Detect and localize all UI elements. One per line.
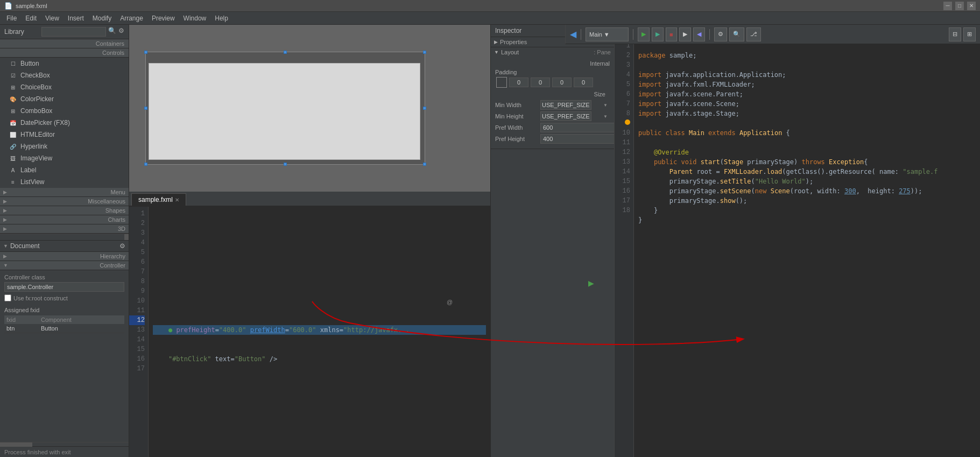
menu-window[interactable]: Window <box>179 13 211 24</box>
controller-subsection[interactable]: ▼ Controller <box>0 261 129 270</box>
library-item-checkbox[interactable]: ☑ CheckBox <box>0 69 129 81</box>
menu-modify[interactable]: Modify <box>88 13 116 24</box>
library-item-choicebox[interactable]: ⊞ ChoiceBox <box>0 81 129 93</box>
menu-section[interactable]: ▶ Menu <box>0 188 129 197</box>
library-item-listview[interactable]: ≡ ListView <box>0 176 129 188</box>
padding-top-input[interactable] <box>509 78 528 87</box>
charts-section[interactable]: ▶ Charts <box>0 215 129 224</box>
maximize-editor-button[interactable]: ⊞ <box>963 27 976 41</box>
padding-bottom-input[interactable] <box>552 78 572 87</box>
padding-left-input[interactable] <box>574 78 593 87</box>
menu-insert[interactable]: Insert <box>64 13 88 24</box>
java-code-editor[interactable]: 12345 678 1011121314 15161718 package sa… <box>615 39 980 457</box>
document-title: Document <box>10 242 117 250</box>
library-settings-icon[interactable]: ⚙ <box>118 27 124 37</box>
run-button[interactable]: ▶ <box>638 27 650 41</box>
imageview-icon: 🖼 <box>9 154 17 163</box>
minimize-button[interactable]: ─ <box>943 2 952 10</box>
library-item-button[interactable]: ☐ Button <box>0 58 129 69</box>
library-vscroll[interactable] <box>124 234 129 240</box>
controller-class-input-row <box>4 282 124 292</box>
stop-button[interactable]: ■ <box>666 27 677 41</box>
handle-mr[interactable] <box>423 107 426 110</box>
library-hscroll[interactable] <box>0 442 129 446</box>
menu-file[interactable]: File <box>2 13 21 24</box>
shapes-section-label: Shapes <box>105 207 125 214</box>
layout-button[interactable]: ⊟ <box>949 27 961 41</box>
document-section: ▼ Document ⚙ ▶ Hierarchy ▼ Controller <box>0 240 129 338</box>
library-item-label[interactable]: A Label <box>0 164 129 176</box>
title-bar-text: sample.fxml <box>16 3 47 9</box>
padding-right-input[interactable] <box>531 78 550 87</box>
menu-help[interactable]: Help <box>210 13 232 24</box>
threed-section[interactable]: ▶ 3D <box>0 224 129 234</box>
handle-tc[interactable] <box>284 51 287 54</box>
fxml-code-content[interactable]: ● prefHeight="400.0" prefWidth="600.0" x… <box>149 207 490 457</box>
maximize-button[interactable]: □ <box>955 2 964 10</box>
handle-bl[interactable] <box>144 163 147 166</box>
document-header[interactable]: ▼ Document ⚙ <box>0 241 129 252</box>
debug-button[interactable]: ▶ <box>652 27 664 41</box>
profile-button[interactable]: ◀ <box>693 27 705 41</box>
fxml-tab-close[interactable]: ✕ <box>175 197 179 203</box>
java-code-content[interactable]: package sample; import javafx.applicatio… <box>634 39 980 457</box>
title-bar: 📄 sample.fxml ─ □ ✕ <box>0 0 980 12</box>
library-item-label: ComboBox <box>20 107 52 115</box>
handle-br[interactable] <box>423 163 426 166</box>
library-item-colorpicker[interactable]: 🎨 ColorPicker <box>0 93 129 105</box>
controller-class-input[interactable] <box>4 282 124 292</box>
run-line-arrow[interactable]: ▶ <box>588 279 594 287</box>
document-settings-icon[interactable]: ⚙ <box>119 242 125 250</box>
fxml-tab[interactable]: sample.fxml ✕ <box>131 193 186 206</box>
library-item-imageview[interactable]: 🖼 ImageView <box>0 152 129 164</box>
menu-bar: File Edit View Insert Modify Arrange Pre… <box>0 12 980 25</box>
coverage-button[interactable]: ▶ <box>679 27 691 41</box>
close-button[interactable]: ✕ <box>967 2 976 10</box>
main-config-selector[interactable]: Main ▼ <box>586 27 629 41</box>
vcs-button[interactable]: ⎇ <box>746 27 761 41</box>
library-item-label: HTMLEditor <box>20 131 55 138</box>
library-search-icon[interactable]: 🔍 <box>108 27 116 37</box>
fxid-table-row[interactable]: btn Button <box>4 324 124 333</box>
layout-section-header[interactable]: ▼ Layout : Pane <box>491 47 614 57</box>
miscellaneous-section[interactable]: ▶ Miscellaneous <box>0 197 129 206</box>
outer-fxml-pane[interactable] <box>145 52 425 165</box>
handle-ml[interactable] <box>144 107 147 110</box>
inner-fxml-pane[interactable] <box>149 63 420 160</box>
hierarchy-subsection[interactable]: ▶ Hierarchy <box>0 252 129 261</box>
handle-tl[interactable] <box>144 51 147 54</box>
min-height-select[interactable]: USE_PREF_SIZE <box>540 111 591 121</box>
toolbar-back-icon[interactable]: ◀ <box>570 29 576 39</box>
pref-width-input[interactable] <box>540 123 614 132</box>
library-hscroll-thumb[interactable] <box>0 442 32 447</box>
menu-arrange[interactable]: Arrange <box>116 13 147 24</box>
fxml-editor[interactable]: 12345 678910 1112 1314151617 ● prefHeigh… <box>129 207 490 457</box>
menu-edit[interactable]: Edit <box>21 13 41 24</box>
library-item-combobox[interactable]: ⊞ ComboBox <box>0 105 129 117</box>
handle-bc[interactable] <box>284 163 287 166</box>
library-title: Library <box>4 28 24 36</box>
menu-preview[interactable]: Preview <box>147 13 179 24</box>
document-collapse-arrow: ▼ <box>3 243 8 249</box>
min-width-select[interactable]: USE_PREF_SIZE <box>540 100 591 110</box>
search-button[interactable]: 🔍 <box>729 27 744 41</box>
build-button[interactable]: ⚙ <box>714 27 727 41</box>
handle-tr[interactable] <box>423 51 426 54</box>
library-item-hyperlink[interactable]: 🔗 Hyperlink <box>0 140 129 152</box>
fxml-tab-bar: sample.fxml ✕ <box>129 192 490 207</box>
shapes-section[interactable]: ▶ Shapes <box>0 206 129 215</box>
java-editor-panel: C Main.java ✕ C Controller.java ✕ 12345 … <box>614 25 980 457</box>
pref-height-input[interactable] <box>540 134 614 144</box>
controller-arrow: ▼ <box>3 263 8 268</box>
library-search-input[interactable] <box>41 27 106 37</box>
library-item-htmleditor[interactable]: ⬜ HTMLEditor <box>0 129 129 140</box>
min-height-label: Min Height <box>495 113 538 119</box>
library-item-label: CheckBox <box>20 72 50 79</box>
design-canvas[interactable] <box>129 25 490 192</box>
properties-arrow: ▶ <box>494 39 498 45</box>
library-item-datepicker[interactable]: 📅 DatePicker (FX8) <box>0 117 129 129</box>
main-layout: Library 🔍 ⚙ Containers Controls <box>0 25 980 457</box>
main-label: Main <box>589 31 602 38</box>
fxroot-checkbox[interactable] <box>4 294 11 301</box>
menu-view[interactable]: View <box>41 13 64 24</box>
